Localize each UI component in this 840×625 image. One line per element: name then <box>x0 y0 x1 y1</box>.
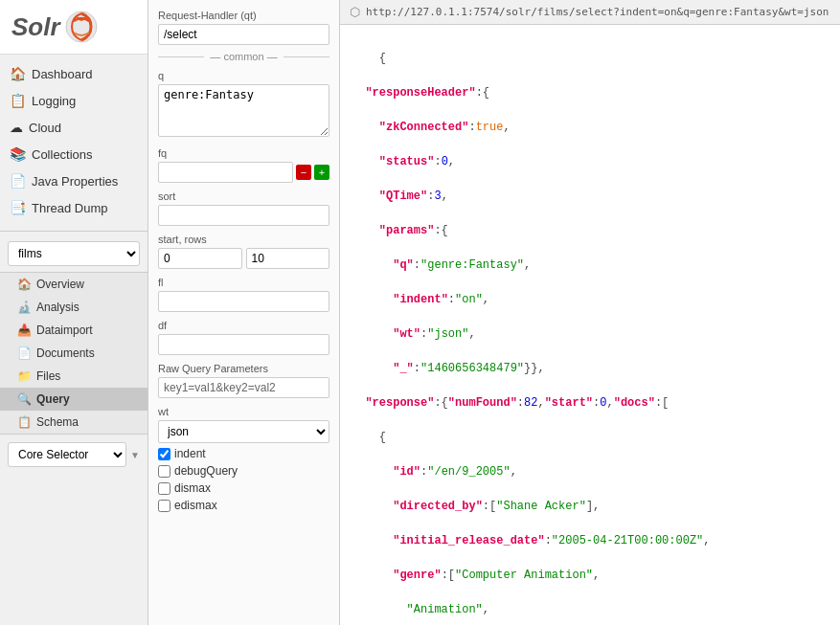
sidebar-item-thread-dump[interactable]: 📑 Thread Dump <box>0 194 148 221</box>
raw-query-input[interactable] <box>158 377 329 398</box>
sort-label: sort <box>158 190 329 202</box>
dataimport-icon: 📥 <box>17 324 32 337</box>
debug-query-label: debugQuery <box>174 464 238 478</box>
fl-label: fl <box>158 277 329 288</box>
core-selector-bottom: Core Selector ▼ <box>0 434 148 475</box>
dismax-checkbox[interactable] <box>158 482 170 495</box>
query-form-panel: Request-Handler (qt) — common — q fq − +… <box>148 0 340 625</box>
overview-icon: 🏠 <box>17 278 32 291</box>
fq-input[interactable] <box>158 162 293 183</box>
sub-nav-files[interactable]: 📁 Files <box>0 365 148 388</box>
logging-icon: 📋 <box>10 93 26 108</box>
core-selector-area: films <box>0 235 148 272</box>
sub-nav-query[interactable]: 🔍 Query <box>0 388 148 411</box>
documents-icon: 📄 <box>17 346 32 360</box>
schema-icon: 📋 <box>17 415 32 429</box>
start-rows-row <box>158 248 329 269</box>
sidebar-item-java-properties[interactable]: 📄 Java Properties <box>0 167 148 194</box>
dismax-row: dismax <box>158 481 329 495</box>
rows-input[interactable] <box>246 248 330 269</box>
analysis-icon: 🔬 <box>17 301 32 314</box>
q-label: q <box>158 70 329 81</box>
dismax-label: dismax <box>174 481 211 495</box>
sub-nav-overview[interactable]: 🏠 Overview <box>0 273 148 296</box>
sub-nav-schema[interactable]: 📋 Schema <box>0 411 148 434</box>
core-selector-bottom-dropdown[interactable]: Core Selector <box>8 442 126 467</box>
request-handler-input[interactable] <box>158 24 329 45</box>
sidebar-item-java-properties-label: Java Properties <box>32 174 118 189</box>
raw-query-label: Raw Query Parameters <box>158 363 329 374</box>
debug-query-checkbox[interactable] <box>158 465 170 478</box>
start-rows-label: start, rows <box>158 234 329 245</box>
request-handler-label: Request-Handler (qt) <box>158 10 329 21</box>
url-bar: ⬡ http://127.0.1.1:7574/solr/films/selec… <box>340 0 840 25</box>
right-panel: ⬡ http://127.0.1.1:7574/solr/films/selec… <box>340 0 840 625</box>
edismax-checkbox[interactable] <box>158 500 170 512</box>
files-icon: 📁 <box>17 369 32 383</box>
logo-text: Solr <box>11 12 60 42</box>
collections-icon: 📚 <box>10 146 26 162</box>
sidebar-item-logging-label: Logging <box>32 94 76 108</box>
q-input[interactable] <box>158 84 329 137</box>
sub-nav-schema-label: Schema <box>36 415 79 429</box>
indent-checkbox[interactable] <box>158 448 170 460</box>
common-section-divider: — common — <box>158 51 329 62</box>
url-text: http://127.0.1.1:7574/solr/films/select?… <box>366 6 829 18</box>
java-properties-icon: 📄 <box>10 173 26 189</box>
sub-nav-documents-label: Documents <box>36 346 95 360</box>
fq-plus-button[interactable]: + <box>314 165 329 180</box>
edismax-label: edismax <box>174 499 217 512</box>
thread-dump-icon: 📑 <box>10 200 26 215</box>
sub-nav-analysis[interactable]: 🔬 Analysis <box>0 296 148 319</box>
fq-label: fq <box>158 147 329 159</box>
sidebar-divider <box>0 231 148 232</box>
sidebar-item-cloud-label: Cloud <box>29 121 61 135</box>
sidebar-item-collections[interactable]: 📚 Collections <box>0 141 148 167</box>
sub-nav-dataimport-label: Dataimport <box>36 324 93 337</box>
wt-select[interactable]: json xml python ruby <box>158 420 329 443</box>
edismax-row: edismax <box>158 499 329 512</box>
sub-nav-analysis-label: Analysis <box>36 301 79 314</box>
sidebar-item-cloud[interactable]: ☁ Cloud <box>0 114 148 141</box>
df-label: df <box>158 320 329 331</box>
query-icon: 🔍 <box>17 392 32 406</box>
collection-sub-nav: 🏠 Overview 🔬 Analysis 📥 Dataimport 📄 Doc… <box>0 272 148 434</box>
sub-nav-dataimport[interactable]: 📥 Dataimport <box>0 319 148 342</box>
sub-nav-documents[interactable]: 📄 Documents <box>0 342 148 365</box>
debug-query-row: debugQuery <box>158 464 329 478</box>
sidebar-item-thread-dump-label: Thread Dump <box>32 201 107 215</box>
sort-input[interactable] <box>158 205 329 226</box>
common-label: — common — <box>204 51 283 62</box>
start-input[interactable] <box>158 248 242 269</box>
fl-input[interactable] <box>158 291 329 312</box>
indent-label: indent <box>174 447 206 460</box>
sidebar: Solr 🏠 Dashboard 📋 Logging ☁ Cloud 📚 Col… <box>0 0 148 625</box>
sub-nav-overview-label: Overview <box>36 278 84 291</box>
main-nav: 🏠 Dashboard 📋 Logging ☁ Cloud 📚 Collecti… <box>0 55 148 227</box>
wt-label: wt <box>158 406 329 417</box>
logo-area: Solr <box>0 0 148 55</box>
cloud-icon: ☁ <box>10 120 23 135</box>
sidebar-item-dashboard[interactable]: 🏠 Dashboard <box>0 60 148 87</box>
json-output: { "responseHeader":{ "zkConnected":true,… <box>340 25 840 625</box>
url-bar-icon: ⬡ <box>350 5 360 19</box>
sidebar-item-collections-label: Collections <box>32 147 93 162</box>
indent-row: indent <box>158 447 329 460</box>
fq-minus-button[interactable]: − <box>296 165 311 180</box>
sidebar-item-logging[interactable]: 📋 Logging <box>0 87 148 114</box>
sub-nav-query-label: Query <box>36 392 70 406</box>
core-selector-dropdown[interactable]: films <box>8 241 140 266</box>
sub-nav-files-label: Files <box>36 369 60 383</box>
fq-row: − + <box>158 162 329 183</box>
dashboard-icon: 🏠 <box>10 66 26 81</box>
logo-icon <box>64 10 99 44</box>
sidebar-item-dashboard-label: Dashboard <box>32 67 93 81</box>
core-selector-arrow: ▼ <box>130 450 140 460</box>
df-input[interactable] <box>158 334 329 355</box>
